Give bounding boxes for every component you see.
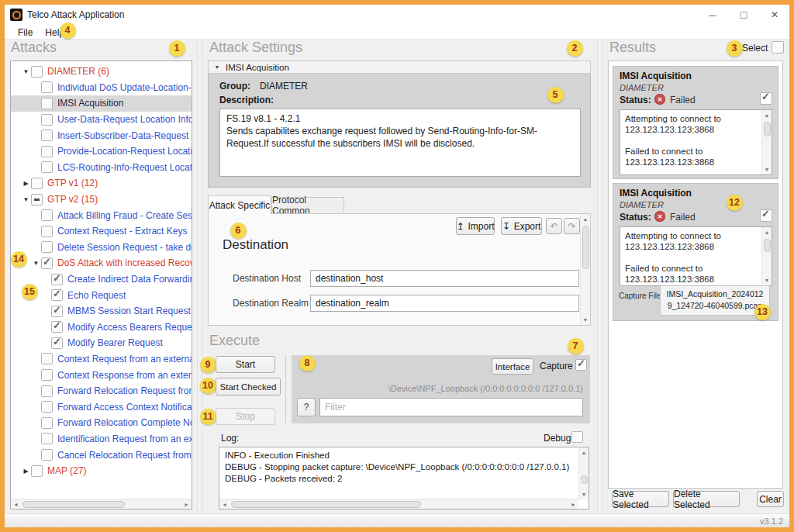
expander-down-icon[interactable]: ▼ (21, 196, 31, 203)
tree-item[interactable]: ▶MAP (27) (11, 463, 192, 479)
tree-item-checkbox[interactable] (41, 161, 53, 173)
scroll-left-icon[interactable]: ◄ (219, 499, 230, 510)
tree-item-checkbox[interactable] (41, 385, 53, 397)
scrollbar-thumb[interactable] (582, 226, 589, 269)
debug-checkbox[interactable] (571, 431, 583, 443)
tree-item-checkbox[interactable] (41, 241, 53, 253)
tree-item[interactable]: IMSI Acquisition (11, 95, 192, 112)
tree-item[interactable]: Delete Session Request - take down TEID (11, 240, 192, 256)
interface-button[interactable]: Interface (492, 358, 533, 375)
tree-item-checkbox[interactable] (41, 353, 53, 364)
tree-item-checkbox[interactable] (41, 81, 53, 93)
tree-item-checkbox[interactable] (51, 337, 63, 349)
delete-selected-button[interactable]: Delete Selected (673, 491, 740, 507)
clear-button[interactable]: Clear (757, 491, 784, 507)
tree-item-checkbox[interactable] (31, 178, 43, 189)
result-card[interactable]: IMSI Acquisition DIAMETER Status: Failed… (613, 183, 778, 321)
tree-item-checkbox[interactable] (41, 146, 53, 157)
tree-item[interactable]: Attack Billing Fraud - Create Session Re… (11, 207, 192, 223)
tree-item[interactable]: Echo Request (11, 287, 192, 303)
save-selected-button[interactable]: Save Selected (612, 491, 669, 507)
tree-item-checkbox[interactable] (51, 289, 63, 301)
select-all-checkbox[interactable] (772, 41, 784, 54)
menu-file[interactable]: File (12, 26, 39, 39)
tree-item[interactable]: Provide-Location-Request Location Trac (11, 143, 192, 160)
scrollbar-thumb[interactable] (22, 501, 125, 508)
tab-attack-specific[interactable]: Attack Specific (208, 195, 271, 214)
expander-down-icon[interactable]: ▼ (31, 260, 41, 267)
tree-item[interactable]: ▶GTP v1 (12) (11, 175, 192, 192)
tree-item-checkbox[interactable] (41, 130, 53, 141)
scroll-left-icon[interactable]: ◄ (11, 499, 21, 510)
tree-item-checkbox[interactable] (31, 194, 43, 206)
tree-item[interactable]: MBMS Session Start Request (11, 303, 192, 320)
tree-item-checkbox[interactable] (41, 257, 53, 269)
tree-item[interactable]: Create Indirect Data Forwarding Tunn (11, 271, 192, 288)
tree-item-checkbox[interactable] (41, 369, 53, 381)
tree-item[interactable]: User-Data-Request Location Info (11, 112, 192, 128)
scroll-down-icon[interactable]: ▼ (762, 275, 772, 285)
tree-item-checkbox[interactable] (41, 417, 53, 429)
expander-right-icon[interactable]: ▶ (21, 180, 31, 187)
tree-item[interactable]: Context Request - Extract Keys (11, 223, 192, 240)
tree-item[interactable]: Cancel Relocation Request from an exter (11, 447, 192, 463)
tree-item-checkbox[interactable] (41, 114, 53, 126)
tree-item-checkbox[interactable] (41, 449, 53, 461)
tree-item-checkbox[interactable] (51, 274, 63, 285)
tree-item[interactable]: Individual DoS Update-Location-Reques (11, 80, 192, 96)
tree-item-checkbox[interactable] (41, 401, 53, 413)
scrollbar-thumb[interactable] (581, 475, 588, 484)
capture-checkbox[interactable] (575, 359, 587, 371)
scrollbar-thumb[interactable] (764, 239, 771, 252)
tree-horizontal-scrollbar[interactable]: ◄ ► (11, 499, 192, 509)
tree-item-checkbox[interactable] (51, 321, 63, 333)
tree-item[interactable]: ▼DIAMETER (6) (11, 64, 192, 80)
tree-item-checkbox[interactable] (41, 209, 53, 221)
filter-input[interactable] (319, 398, 583, 416)
collapse-expander-icon[interactable] (209, 64, 226, 70)
export-button[interactable]: ↧ Export (501, 217, 542, 235)
tree-item-checkbox[interactable] (41, 98, 53, 109)
close-button[interactable] (760, 5, 789, 25)
tree-item[interactable]: Context Request from an external MME (11, 351, 192, 368)
destination-realm-input[interactable] (310, 295, 579, 312)
result-log-scrollbar[interactable]: ▲ ▼ (761, 227, 772, 285)
result-checkbox[interactable] (760, 92, 772, 105)
start-checked-button[interactable]: Start Checked (216, 378, 281, 396)
result-checkbox[interactable] (760, 209, 772, 222)
tree-item-checkbox[interactable] (41, 433, 53, 444)
result-log-scrollbar[interactable]: ▲ ▼ (761, 110, 772, 174)
tree-item-checkbox[interactable] (31, 66, 43, 78)
scroll-down-icon[interactable]: ▼ (579, 489, 589, 499)
tree-item[interactable]: Modify Bearer Request (11, 335, 192, 351)
tree-item[interactable]: Forward Access Context Notification fro (11, 399, 192, 415)
scroll-up-icon[interactable]: ▲ (579, 447, 589, 458)
tree-item[interactable]: ▼DoS Attack with increased Recovery IE (… (11, 255, 192, 271)
result-card[interactable]: IMSI Acquisition DIAMETER Status: Failed… (613, 66, 778, 179)
scrollbar-thumb[interactable] (764, 122, 771, 136)
scrollbar-thumb[interactable] (231, 501, 421, 508)
tree-item[interactable]: Forward Relocation Request from an ext (11, 383, 192, 399)
destination-host-input[interactable] (310, 270, 579, 287)
tree-item[interactable]: Modify Access Bearers Request (11, 320, 192, 336)
scroll-right-icon[interactable]: ► (568, 499, 578, 510)
scroll-right-icon[interactable]: ► (181, 499, 192, 510)
maximize-button[interactable] (729, 5, 758, 25)
scroll-down-icon[interactable]: ▼ (762, 164, 772, 174)
capture-file-button[interactable]: IMSI_Acquisition_20240129_124720-4604059… (660, 285, 770, 316)
scroll-up-icon[interactable]: ▲ (762, 227, 772, 237)
undo-button[interactable]: ↶ (546, 218, 562, 234)
tab-protocol-common[interactable]: Protocol Common (271, 197, 344, 213)
tree-item-checkbox[interactable] (51, 306, 63, 317)
scroll-up-icon[interactable]: ▲ (762, 110, 772, 120)
tree-item-checkbox[interactable] (41, 226, 53, 237)
attack-group-header[interactable]: IMSI Acquisition (208, 60, 591, 74)
panel-splitter[interactable] (197, 39, 202, 513)
expander-right-icon[interactable]: ▶ (21, 468, 31, 475)
tree-item[interactable]: ▼GTP v2 (15) (11, 192, 192, 208)
tree-item-checkbox[interactable] (31, 465, 43, 477)
expander-down-icon[interactable]: ▼ (21, 68, 31, 75)
scroll-down-icon[interactable]: ▼ (581, 315, 591, 325)
import-button[interactable]: ↥ Import (456, 217, 495, 235)
tree-item[interactable]: Identification Request from an external … (11, 431, 192, 447)
